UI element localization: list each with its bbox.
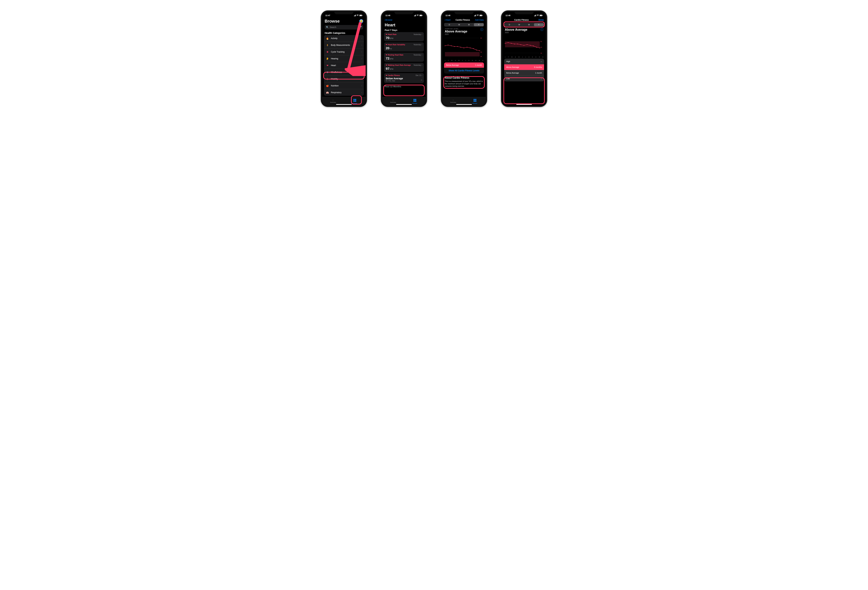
segment-M[interactable]: M	[524, 23, 534, 26]
home-indicator[interactable]	[516, 104, 532, 105]
category-activity[interactable]: 🔥Activity›	[324, 35, 364, 42]
level-low[interactable]: Low--	[504, 76, 544, 81]
notch	[394, 10, 413, 14]
segment-D[interactable]: D	[505, 23, 514, 26]
level-above-average[interactable]: Above Average6 months	[504, 64, 544, 70]
metric-name: ❤︎Resting Heart Rate	[386, 54, 403, 56]
nutrition-icon: 🍎	[326, 84, 329, 87]
chart-point	[464, 47, 464, 48]
chevron-right-icon: ›	[362, 78, 362, 80]
chart-point	[511, 43, 512, 44]
nav-title: Cardio Fitness	[514, 19, 528, 21]
svg-rect-23	[474, 100, 475, 102]
svg-rect-11	[413, 99, 415, 100]
metric-name: ❤︎Cardio Fitness	[386, 74, 400, 76]
category-cycle-tracking[interactable]: ✽Cycle Tracking›	[324, 49, 364, 55]
add-data-button[interactable]: Add Data	[475, 19, 484, 21]
chevron-right-icon: ›	[362, 91, 362, 94]
chevron-right-icon: ›	[422, 74, 422, 76]
chart-point	[461, 47, 461, 47]
wifi-icon	[356, 15, 359, 16]
wifi-icon	[416, 15, 419, 16]
avg-label: AVERAGE LEVEL	[445, 28, 467, 30]
segmented-control[interactable]: DWMY	[504, 23, 544, 27]
category-hearing[interactable]: 👂Hearing›	[324, 55, 364, 62]
chart-point	[466, 47, 467, 47]
status-time: 12:48	[446, 15, 450, 16]
category-nutrition[interactable]: 🍎Nutrition›	[324, 83, 364, 89]
category-label: Heart	[331, 64, 336, 66]
home-indicator[interactable]	[456, 104, 472, 105]
category-label: Nutrition	[331, 84, 339, 87]
chevron-right-icon: ›	[422, 64, 422, 66]
chart-point	[536, 47, 537, 47]
chevron-right-icon: ›	[362, 64, 362, 66]
chart-point	[451, 46, 452, 46]
svg-rect-9	[420, 15, 422, 16]
show-all-button[interactable]: Show All Cardio Fitness Levels	[444, 68, 484, 74]
svg-rect-13	[413, 100, 415, 102]
metric-name: ❤︎Heart Rate Variability	[386, 44, 405, 46]
level-duration: 1 month	[535, 72, 542, 74]
chart-point	[514, 44, 515, 44]
metric-resting-heart-rate[interactable]: ❤︎Resting Heart RateYesterday ›72BPM	[384, 53, 424, 62]
heart-icon: ❤︎	[386, 34, 387, 35]
home-indicator[interactable]	[396, 104, 412, 105]
chart-point	[520, 44, 521, 45]
chart-point	[448, 45, 449, 46]
signal-icon	[414, 15, 416, 16]
category-heart[interactable]: ❤︎Heart›	[324, 62, 364, 69]
status-time: 12:47	[325, 15, 330, 16]
segmented-control[interactable]: DWMY	[444, 23, 484, 27]
segment-Y[interactable]: Y	[534, 23, 544, 26]
segment-W[interactable]: W	[514, 23, 524, 26]
level-name: High	[506, 60, 510, 62]
below-average-card[interactable]: Below Average1 month Show All Cardio Fit…	[444, 62, 484, 74]
segment-D[interactable]: D	[444, 23, 454, 26]
signal-icon	[354, 15, 356, 16]
level-name: Above Average	[506, 66, 519, 68]
category-body-measurements[interactable]: 🧍Body Measurements›	[324, 42, 364, 49]
metric-heart-rate[interactable]: ❤︎Heart RateYesterday ›70BPM	[384, 32, 424, 41]
chevron-right-icon: ›	[422, 34, 422, 35]
wifi-icon	[537, 15, 539, 16]
back-button[interactable]: ‹Heart	[444, 19, 450, 21]
metric-walking-heart-rate-average[interactable]: ❤︎Walking Heart Rate AverageYesterday ›9…	[384, 63, 424, 72]
done-button[interactable]: Done	[539, 19, 544, 21]
mic-icon[interactable]: 🎤	[359, 26, 362, 28]
chart-cardio[interactable]: 344352	[505, 35, 543, 56]
segment-W[interactable]: W	[454, 23, 464, 26]
back-button[interactable]: ‹ Browse	[384, 19, 392, 21]
battery-icon	[480, 15, 483, 16]
y-tick: 43	[540, 47, 542, 48]
level-duration: --	[541, 60, 542, 62]
segment-M[interactable]: M	[464, 23, 474, 26]
level-high[interactable]: High--	[504, 59, 544, 64]
section-7days: Past 7 Days	[382, 28, 426, 32]
search-input[interactable]: 🔍 Search 🎤	[325, 25, 363, 30]
avatar[interactable]: 🙂	[359, 19, 363, 23]
segment-Y[interactable]: Y	[474, 23, 484, 26]
about-section: About Cardio Fitness This is a measureme…	[442, 75, 486, 88]
notch	[455, 10, 474, 14]
metric-when: Yesterday ›	[413, 44, 422, 46]
svg-rect-16	[480, 15, 482, 16]
device-levels: 12:48 Cardio Fitness Done DWMY Above Ave…	[501, 10, 547, 107]
category-label: Body Measurements	[331, 44, 350, 46]
category-mindfulness[interactable]: ❋Mindfulness›	[324, 69, 364, 76]
categories-list: 🔥Activity›🧍Body Measurements›✽Cycle Trac…	[324, 35, 364, 96]
metric-heart-rate-variability[interactable]: ❤︎Heart Rate VariabilityYesterday ›20ms	[384, 42, 424, 52]
level-name: Low	[506, 78, 510, 80]
info-icon[interactable]: i	[480, 28, 483, 31]
level-below-average[interactable]: Below Average1 month	[504, 70, 544, 76]
flame-icon: 🔥	[326, 37, 329, 40]
chart-cardio[interactable]: 344060	[445, 37, 483, 59]
metric-cardio-fitness[interactable]: ❤︎Cardio FitnessDec 13 ›Below Average41 …	[384, 73, 424, 83]
home-indicator[interactable]	[336, 104, 352, 105]
category-mobility[interactable]: 🚶Mobility›	[324, 76, 364, 83]
category-respiratory[interactable]: 🫁Respiratory›	[324, 89, 364, 96]
chart-point	[445, 46, 445, 46]
svg-rect-5	[353, 100, 355, 102]
battery-icon	[419, 15, 422, 16]
info-icon[interactable]: i	[540, 28, 543, 31]
